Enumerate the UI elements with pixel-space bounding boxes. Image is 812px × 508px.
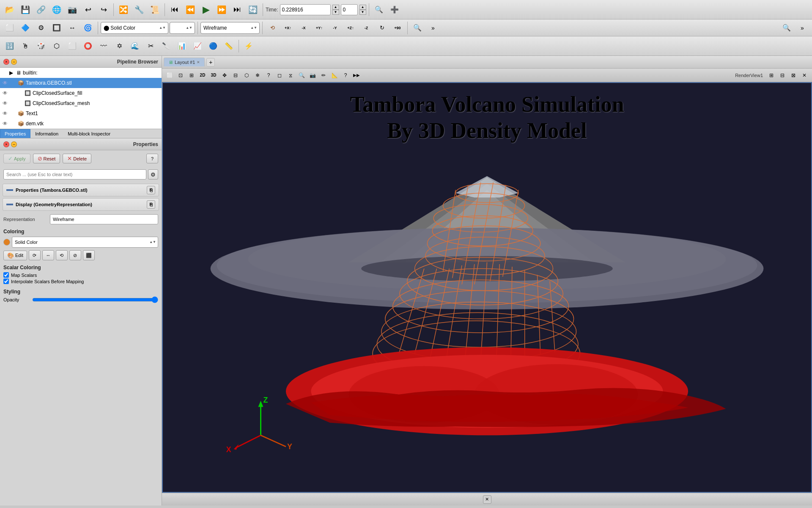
tab-information[interactable]: Information	[30, 129, 63, 138]
pipeline-btn[interactable]: 🔀	[116, 3, 131, 17]
connect-btn[interactable]: 🔗	[34, 3, 48, 17]
edit-color-btn[interactable]: 🎨 Edit	[3, 251, 27, 260]
section-properties-header[interactable]: Properties (Tambora.GEBCO.stl) ⎘	[3, 184, 159, 196]
more-btn[interactable]: »	[426, 21, 440, 35]
viewport[interactable]: Tambora Volcano Simulation By 3D Density…	[162, 82, 812, 493]
rtb-maximize-btn[interactable]: ⊠	[788, 70, 798, 80]
rtb-annotate-btn[interactable]: ✏	[318, 70, 329, 80]
cam-reset-btn[interactable]: ⟲	[265, 21, 280, 35]
copy-display-btn[interactable]: ⎘	[147, 200, 155, 209]
copy-properties-btn[interactable]: ⎘	[147, 186, 155, 194]
rtb-select3-btn[interactable]: ⊞	[187, 70, 197, 80]
layout-tab-add-btn[interactable]: +	[206, 58, 215, 66]
right-more-btn[interactable]: »	[795, 21, 809, 35]
cam-xm-btn[interactable]: -X	[296, 21, 311, 35]
rtb-measure-btn[interactable]: 📐	[329, 70, 340, 80]
cursor-btn[interactable]: 🖱	[18, 39, 33, 53]
bottom-x-btn[interactable]: ✕	[483, 495, 491, 504]
clip-btn[interactable]: ✂	[143, 39, 158, 53]
rtb-3d-btn[interactable]: 3D	[208, 70, 219, 80]
cut-btn[interactable]: 🔪	[159, 39, 173, 53]
macro-btn[interactable]: ⚡	[241, 39, 256, 53]
solid-color-dropdown[interactable]: ⬤ Solid Color	[101, 22, 168, 34]
cam-roll-btn[interactable]: ↻	[375, 21, 389, 35]
tree-item-clip-fill[interactable]: 👁 🔲 ClipClosedSurface_fill	[0, 88, 162, 98]
scripting-btn[interactable]: 📜	[148, 3, 162, 17]
second-select[interactable]	[170, 22, 195, 34]
rescale-btn-3[interactable]: ⟲	[56, 250, 68, 260]
move-btn[interactable]: ↔	[65, 21, 80, 35]
camera-btn[interactable]: 📷	[65, 3, 80, 17]
orient-btn[interactable]: 🌀	[81, 21, 95, 35]
layout-tab-close-icon[interactable]: ✕	[197, 60, 200, 64]
rtb-query-btn[interactable]: ?	[263, 70, 274, 80]
rtb-rect-btn[interactable]: ⊟	[230, 70, 241, 80]
add-filter-btn[interactable]: ➕	[387, 3, 402, 17]
show-all-btn[interactable]: 🔷	[18, 21, 33, 35]
tree-item-tambora[interactable]: 👁 📦 Tambora.GEBCO.stl	[0, 78, 162, 88]
opacity-slider[interactable]	[32, 296, 158, 303]
search-btn[interactable]: 🔍	[372, 3, 386, 17]
save-btn[interactable]: 💾	[18, 3, 33, 17]
magnify-btn[interactable]: 🔍	[410, 21, 425, 35]
rescale-btn-4[interactable]: ⊘	[69, 250, 81, 260]
undo-btn[interactable]: ↩	[81, 3, 95, 17]
next-frame-btn[interactable]: ⏩	[214, 3, 229, 17]
rtb-pick-btn[interactable]: ✥	[219, 70, 230, 80]
extract-btn[interactable]: ⚙	[34, 21, 48, 35]
tab-multiblock[interactable]: Multi-block Inspector	[63, 129, 115, 138]
tree-item-dem[interactable]: 👁 📦 dem.vtk	[0, 119, 162, 129]
search-gear-btn[interactable]: ⚙	[148, 169, 158, 179]
rtb-more-btn[interactable]: ▶▶	[351, 70, 362, 80]
rtb-poly-btn[interactable]: ⬡	[241, 70, 252, 80]
props-close-red[interactable]: ×	[3, 141, 9, 147]
cam-90-btn[interactable]: +90	[390, 21, 405, 35]
redo-btn[interactable]: ↪	[96, 3, 111, 17]
rtb-2d-btn[interactable]: 2D	[198, 70, 208, 80]
rtb-camera-btn[interactable]: 📷	[307, 70, 318, 80]
right-extra-btn[interactable]: 🔍	[779, 21, 794, 35]
cam-ym-btn[interactable]: -Y	[328, 21, 342, 35]
help-btn[interactable]: ?	[146, 154, 158, 163]
reset-camera-btn[interactable]: ⬜	[3, 21, 17, 35]
time-index-input[interactable]	[341, 4, 358, 15]
sphere-btn[interactable]: ⭕	[81, 39, 95, 53]
prev-frame-btn[interactable]: ⏪	[183, 3, 198, 17]
rtb-split-h-btn[interactable]: ⊞	[766, 70, 776, 80]
chart-btn[interactable]: 📊	[175, 39, 189, 53]
close-yellow-btn[interactable]: –	[11, 59, 17, 65]
tree-item-clip-mesh[interactable]: 👁 🔲 ClipClosedSurface_mesh	[0, 98, 162, 108]
play-btn[interactable]: ▶	[199, 3, 213, 17]
rtb-select-btn[interactable]: ⬜	[165, 70, 175, 80]
cube-btn[interactable]: 🎲	[34, 39, 48, 53]
rescale-btn-5[interactable]: ⬛	[83, 250, 95, 260]
rtb-surface-btn[interactable]: ◻	[274, 70, 285, 80]
time-up-btn[interactable]: ▲	[332, 5, 339, 10]
rtb-close-view-btn[interactable]: ✕	[799, 70, 809, 80]
map-scalars-checkbox[interactable]	[3, 272, 9, 278]
close-red-btn[interactable]: ×	[3, 59, 9, 65]
tab-properties[interactable]: Properties	[0, 129, 30, 138]
iso-btn[interactable]: ⬡	[49, 39, 64, 53]
time-input[interactable]	[280, 4, 331, 15]
tree-item-builtin[interactable]: ▶ 🖥 builtin:	[0, 68, 162, 78]
second-dropdown[interactable]	[170, 22, 195, 34]
slice-btn[interactable]: ⬜	[65, 39, 80, 53]
cam-zm-btn[interactable]: -Z	[359, 21, 373, 35]
cam-zp-btn[interactable]: +Z↑	[343, 21, 358, 35]
rescale-btn-2[interactable]: ↔	[42, 250, 54, 260]
last-frame-btn[interactable]: ⏭	[230, 3, 244, 17]
solid-color-select[interactable]: ⬤ Solid Color	[101, 22, 168, 34]
cam-yp-btn[interactable]: +Y↑	[312, 21, 326, 35]
layout-tab-1[interactable]: 🖥 Layout #1 ✕	[164, 58, 205, 66]
select-btn[interactable]: 🔲	[49, 21, 64, 35]
disconnect-btn[interactable]: 🌐	[49, 3, 64, 17]
settings-btn[interactable]: 🔧	[132, 3, 146, 17]
search-input[interactable]	[3, 169, 146, 179]
rtb-zoom-btn[interactable]: 🔍	[296, 70, 307, 80]
coloring-select[interactable]: Solid Color Field Arrays	[12, 237, 158, 248]
ruler-btn[interactable]: 📏	[222, 39, 236, 53]
first-frame-btn[interactable]: ⏮	[167, 3, 182, 17]
tree-item-text1[interactable]: 👁 📦 Text1	[0, 108, 162, 119]
scatter-btn[interactable]: 🔵	[206, 39, 220, 53]
